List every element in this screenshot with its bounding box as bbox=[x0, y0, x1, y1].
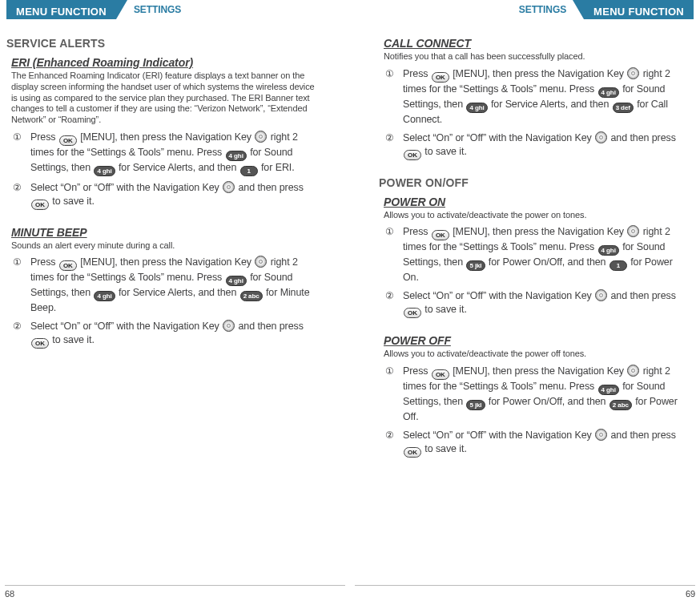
key-4-icon: 4 ghi bbox=[226, 151, 247, 161]
nav-key-icon bbox=[595, 429, 607, 441]
key-2-icon: 2 abc bbox=[240, 291, 263, 301]
ok-key-icon: OK bbox=[404, 447, 421, 458]
key-1-icon: 1 bbox=[609, 260, 627, 271]
ok-key-icon: OK bbox=[432, 369, 449, 380]
call-step-2: ② Select “On” or “Off” with the Navigati… bbox=[384, 131, 688, 165]
key-4-icon: 4 ghi bbox=[94, 166, 115, 176]
key-5-icon: 5 jkl bbox=[466, 260, 485, 271]
nav-key-icon bbox=[627, 365, 639, 377]
menu-function-tab: MENU FUNCTION bbox=[584, 0, 694, 19]
section-power-on-off: POWER ON/OFF bbox=[379, 176, 694, 189]
heading-power-on: POWER ON bbox=[384, 196, 694, 208]
ok-key-icon: OK bbox=[31, 200, 49, 210]
power-off-step-1: ① Press OK [MENU], then press the Naviga… bbox=[384, 365, 688, 429]
desc-eri: The Enhanced Roaming Indicator (ERI) fea… bbox=[11, 71, 316, 126]
nav-key-icon bbox=[223, 320, 235, 332]
desc-power-on: Allows you to activate/deactivate the po… bbox=[384, 210, 688, 221]
ok-key-icon: OK bbox=[432, 72, 449, 83]
nav-key-icon bbox=[595, 131, 607, 143]
power-on-step-1: ① Press OK [MENU], then press the Naviga… bbox=[384, 225, 688, 289]
desc-minute-beep: Sounds an alert every minute during a ca… bbox=[11, 240, 316, 252]
heading-power-off: POWER OFF bbox=[384, 334, 694, 347]
heading-minute-beep: MINUTE BEEP bbox=[11, 226, 321, 239]
ok-key-icon: OK bbox=[404, 150, 421, 160]
ok-key-icon: OK bbox=[59, 135, 77, 146]
nav-key-icon bbox=[255, 256, 267, 268]
key-4-icon: 4 ghi bbox=[94, 291, 115, 301]
desc-power-off: Allows you to activate/deactivate the po… bbox=[384, 349, 688, 360]
eri-step-1: ① Press OK [MENU], then press the Naviga… bbox=[11, 131, 316, 181]
ok-key-icon: OK bbox=[31, 338, 49, 349]
key-3-icon: 3 def bbox=[613, 103, 634, 113]
key-1-icon: 1 bbox=[240, 166, 258, 176]
menu-function-tab: MENU FUNCTION bbox=[6, 0, 116, 19]
nav-key-icon bbox=[595, 289, 607, 301]
power-on-step-2: ② Select “On” or “Off” with the Navigati… bbox=[384, 289, 688, 323]
ok-key-icon: OK bbox=[59, 260, 77, 271]
key-4-icon: 4 ghi bbox=[466, 103, 487, 113]
nav-key-icon bbox=[255, 131, 267, 143]
minute-step-2: ② Select “On” or “Off” with the Navigati… bbox=[11, 320, 316, 353]
key-4-icon: 4 ghi bbox=[598, 385, 619, 395]
minute-step-1: ① Press OK [MENU], then press the Naviga… bbox=[11, 256, 316, 320]
section-service-alerts: SERVICE ALERTS bbox=[6, 37, 321, 50]
page-number-left: 68 bbox=[5, 589, 14, 599]
key-4-icon: 4 ghi bbox=[598, 245, 619, 256]
desc-call-connect: Notifies you that a call has been succes… bbox=[384, 51, 688, 63]
nav-key-icon bbox=[627, 225, 639, 237]
page-number-right: 69 bbox=[686, 589, 695, 599]
key-2-icon: 2 abc bbox=[609, 400, 632, 410]
key-5-icon: 5 jkl bbox=[466, 400, 485, 410]
eri-step-2: ② Select “On” or “Off” with the Navigati… bbox=[11, 181, 316, 215]
heading-call-connect: CALL CONNECT bbox=[384, 37, 694, 50]
nav-key-icon bbox=[223, 181, 235, 193]
power-off-step-2: ② Select “On” or “Off” with the Navigati… bbox=[384, 429, 688, 462]
ok-key-icon: OK bbox=[432, 230, 449, 240]
key-4-icon: 4 ghi bbox=[598, 87, 619, 98]
call-step-1: ① Press OK [MENU], then press the Naviga… bbox=[384, 67, 688, 131]
key-4-icon: 4 ghi bbox=[226, 276, 247, 286]
heading-eri: ERI (Enhanced Roaming Indicator) bbox=[11, 56, 321, 69]
nav-key-icon bbox=[627, 67, 639, 79]
ok-key-icon: OK bbox=[404, 308, 421, 318]
